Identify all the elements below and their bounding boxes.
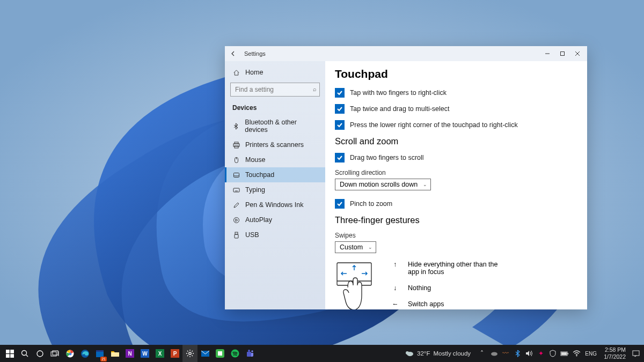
check-label: Pinch to zoom [350,200,392,208]
svg-rect-20 [6,354,10,358]
sidebar-item-bluetooth[interactable]: Bluetooth & other devices [225,115,325,137]
action-center-button[interactable] [630,345,642,362]
start-button[interactable] [2,345,17,362]
svg-text:X: X [158,351,162,357]
tray-overflow[interactable]: ˄ [476,345,488,362]
settings-content: Touchpad Tap with two fingers to right-c… [325,61,587,309]
minimize-button[interactable] [540,47,555,61]
home-icon [232,69,240,76]
svg-point-52 [491,352,497,356]
calendar-badge: 21 [100,357,107,361]
svg-rect-18 [6,350,10,353]
svg-rect-54 [561,352,567,355]
task-view-button[interactable] [47,345,62,362]
autoplay-icon [232,216,240,224]
checkbox-drag-two-scroll[interactable] [335,153,345,162]
tray-battery-icon[interactable] [559,345,570,362]
taskbar-app-spotify[interactable] [228,345,243,362]
sidebar-item-label: AutoPlay [245,216,272,224]
svg-rect-14 [235,234,238,238]
checkbox-two-finger-rightclick[interactable] [335,88,345,98]
sidebar-item-label: Bluetooth & other devices [245,119,318,134]
back-button[interactable] [227,47,240,60]
taskbar-app-edge[interactable] [77,345,92,362]
checkbox-pinch-zoom[interactable] [335,199,345,209]
sidebar-home-label: Home [245,69,263,76]
taskbar-app-word[interactable]: W [137,345,152,362]
gesture-left-label: Switch apps [408,300,444,308]
tray-bluetooth-icon[interactable] [511,345,523,362]
typing-icon [232,186,240,194]
window-titlebar[interactable]: Settings [225,46,587,61]
maximize-button[interactable] [555,47,570,61]
sidebar-item-pen[interactable]: Pen & Windows Ink [225,197,325,212]
svg-rect-2 [561,52,565,56]
search-button[interactable] [17,345,32,362]
tray-onedrive-icon[interactable] [488,345,500,362]
chevron-down-icon: ⌄ [368,245,372,250]
touchpad-icon [232,171,240,179]
svg-text:N: N [128,351,131,357]
tray-app2-icon[interactable]: ✦ [535,345,547,362]
close-button[interactable] [570,47,585,61]
tray-app-icon[interactable]: 〰 [500,345,511,362]
arrow-down-icon: ↓ [392,284,398,292]
check-label: Drag two fingers to scroll [350,154,424,161]
sidebar-item-usb[interactable]: USB [225,227,325,242]
sidebar-home[interactable]: Home [225,65,325,79]
tray-volume-icon[interactable] [523,345,535,362]
svg-point-48 [248,350,250,352]
svg-rect-8 [233,173,239,177]
window-title: Settings [244,50,266,57]
sidebar-category: Devices [225,100,325,115]
taskbar-app-excel[interactable]: X [152,345,167,362]
tray-wifi-icon[interactable] [570,345,582,362]
svg-text:P: P [173,351,177,357]
svg-point-24 [37,351,43,357]
arrow-up-icon: ↑ [392,261,398,268]
usb-icon [232,231,240,239]
scrolling-direction-select[interactable]: Down motion scrolls down⌄ [335,179,431,190]
taskbar-app-camtasia[interactable] [213,345,228,362]
check-label: Press the lower right corner of the touc… [350,121,518,129]
swipes-select[interactable]: Custom⌄ [335,241,376,253]
svg-rect-21 [10,354,14,358]
page-title: Touchpad [335,68,577,80]
svg-point-22 [21,350,26,355]
sidebar-item-printer[interactable]: Printers & scanners [225,137,325,152]
tray-language[interactable]: ENG [582,345,599,362]
taskbar-app-calendar[interactable]: 21 [92,345,107,362]
cortana-button[interactable] [32,345,47,362]
sidebar-item-label: Touchpad [245,171,274,179]
sidebar-item-mouse[interactable]: Mouse [225,152,325,167]
swipes-label: Swipes [335,232,577,239]
search-input[interactable] [230,83,320,97]
section-scroll-zoom: Scroll and zoom [335,136,577,146]
sidebar-item-autoplay[interactable]: AutoPlay [225,212,325,227]
taskbar-weather[interactable]: 32°F Mostly cloudy [399,345,476,362]
taskbar-app-chrome[interactable] [62,345,77,362]
taskbar-app-onenote[interactable]: N [122,345,137,362]
svg-point-51 [406,351,409,354]
svg-point-56 [576,356,577,357]
sidebar-item-label: Pen & Windows Ink [245,201,303,209]
pen-icon [232,201,240,209]
svg-rect-10 [233,188,239,192]
svg-rect-13 [235,232,238,234]
svg-rect-32 [96,350,104,352]
sidebar-item-label: Typing [245,186,265,194]
sidebar-item-typing[interactable]: Typing [225,182,325,197]
checkbox-lower-right-corner[interactable] [335,120,345,130]
taskbar-app-settings[interactable] [182,345,197,362]
taskbar-app-mail[interactable] [197,345,213,362]
tray-security-icon[interactable] [547,345,559,362]
check-label: Tap twice and drag to multi-select [350,105,450,113]
checkbox-tap-twice-drag[interactable] [335,104,345,114]
taskbar: 21 N W X P 32°F Mostly cloudy ˄ 〰 ✦ ENG … [0,345,644,362]
sidebar-item-touchpad[interactable]: Touchpad [225,167,325,182]
taskbar-app-powerpoint[interactable]: P [167,345,182,362]
svg-line-23 [26,354,28,357]
taskbar-app-explorer[interactable] [107,345,122,362]
taskbar-clock[interactable]: 2:58 PM 1/7/2022 [599,346,630,360]
taskbar-app-teams[interactable] [243,345,258,362]
